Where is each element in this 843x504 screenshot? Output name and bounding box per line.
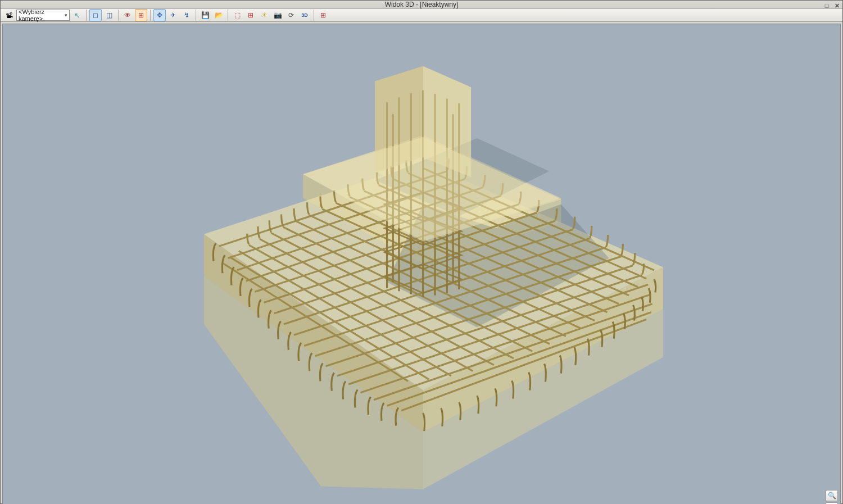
separator [196, 10, 196, 21]
zoom-in-icon[interactable]: 🔍 [826, 490, 838, 501]
window: Widok 3D - [Nieaktywny] □ ✕ 📽 <Wybierz k… [0, 0, 843, 504]
selection-mode2-icon[interactable]: ◫ [103, 9, 115, 21]
tool2-icon[interactable]: ⊞ [244, 9, 257, 21]
viewport-corner-tools: 🔍 🔎 ⌂ ⟲ ✥ [799, 490, 838, 504]
maximize-icon[interactable]: □ [822, 2, 831, 10]
orbit-icon[interactable]: ↯ [180, 9, 193, 21]
close-icon[interactable]: ✕ [832, 2, 841, 10]
camera-select-label: <Wybierz kamerę> [19, 8, 65, 22]
toolbar: 📽 <Wybierz kamerę> ▾ ↖ ◻ ◫ 👁 ⊞ ✥ ✈ ↯ 💾 📂… [1, 9, 842, 22]
3d-model-render [3, 24, 840, 504]
camera-icon[interactable]: 📽 [3, 9, 15, 21]
brick-icon[interactable]: ⊞ [135, 9, 147, 21]
pan-icon[interactable]: ✥ [153, 9, 166, 21]
sun-icon[interactable]: ☀ [258, 9, 270, 21]
window-controls: □ ✕ [822, 2, 841, 10]
eye-icon[interactable]: 👁 [121, 9, 134, 21]
separator [118, 10, 119, 21]
3d-text-icon[interactable]: 3D [298, 9, 311, 21]
camera-select[interactable]: <Wybierz kamerę> ▾ [16, 10, 70, 21]
3d-viewport[interactable]: 🔍 🔎 ⌂ ⟲ ✥ [2, 24, 841, 504]
plane-icon[interactable]: ✈ [167, 9, 179, 21]
pointer-icon[interactable]: ↖ [71, 9, 83, 21]
separator [86, 10, 87, 21]
separator [150, 10, 151, 21]
refresh-icon[interactable]: ⟳ [285, 9, 297, 21]
selection-mode-icon[interactable]: ◻ [89, 9, 102, 21]
save-view-icon[interactable]: 💾 [199, 9, 211, 21]
titlebar: Widok 3D - [Nieaktywny] □ ✕ [1, 1, 842, 9]
viewport-container: 🔍 🔎 ⌂ ⟲ ✥ [1, 22, 842, 504]
camera2-icon[interactable]: 📷 [271, 9, 284, 21]
chevron-down-icon: ▾ [65, 12, 67, 18]
separator [314, 10, 314, 21]
window-title: Widok 3D - [Nieaktywny] [385, 1, 459, 8]
load-view-icon[interactable]: 📂 [212, 9, 225, 21]
grid-icon[interactable]: ⊞ [317, 9, 329, 21]
tool1-icon[interactable]: ⬚ [231, 9, 243, 21]
separator [228, 10, 228, 21]
